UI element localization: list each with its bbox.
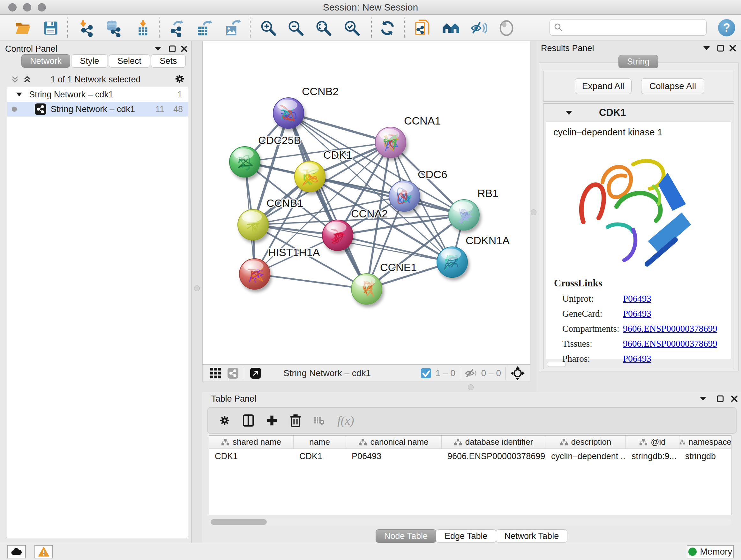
grid-view-icon[interactable] xyxy=(210,368,221,379)
selected-checkbox-icon[interactable] xyxy=(421,368,431,379)
toolbar-separator xyxy=(250,17,251,38)
horizontal-splitter-handle[interactable] xyxy=(468,384,474,390)
float-menu-icon[interactable] xyxy=(152,44,163,54)
cloud-status-button[interactable] xyxy=(7,545,26,558)
float-panel-icon[interactable] xyxy=(715,393,726,404)
hide-unhide-button[interactable] xyxy=(469,19,488,37)
import-table-button[interactable] xyxy=(134,19,152,37)
column-header-canonical-name[interactable]: canonical name xyxy=(346,435,442,449)
toolbar-separator xyxy=(506,367,506,380)
inactive-view-button[interactable] xyxy=(497,19,516,37)
table-horizontal-scrollbar[interactable] xyxy=(209,518,731,525)
hidden-eye-icon[interactable] xyxy=(465,368,477,378)
node-table-header: shared name name canonical name database… xyxy=(209,435,731,449)
network-collection-row[interactable]: String Network – cdk1 1 xyxy=(7,87,188,102)
main-toolbar: ? xyxy=(0,15,741,41)
column-header-description[interactable]: description xyxy=(545,435,626,449)
collapse-triangle-icon[interactable] xyxy=(566,111,572,115)
import-table-icon xyxy=(134,19,151,37)
cell-description: cyclin–dependent ... xyxy=(545,451,626,461)
close-panel-icon[interactable] xyxy=(179,44,190,54)
export-network-button[interactable] xyxy=(167,19,185,37)
network-node-HIST1H1A[interactable]: HIST1H1A xyxy=(239,246,320,289)
tab-select[interactable]: Select xyxy=(109,54,150,68)
collapse-all-button[interactable]: Collapse All xyxy=(641,78,704,94)
right-splitter-handle[interactable] xyxy=(531,209,536,215)
zoom-selected-button[interactable] xyxy=(343,19,361,37)
import-network-from-database-button[interactable] xyxy=(104,19,123,37)
pharos-link[interactable]: P06493 xyxy=(623,354,651,364)
network-edge-HIST1H1A-CCNE1[interactable] xyxy=(255,274,367,289)
uniprot-link[interactable]: P06493 xyxy=(623,294,651,304)
export-image-button[interactable] xyxy=(223,19,241,37)
network-node-CDKN1A[interactable]: CDKN1A xyxy=(437,234,510,277)
string-network-icon xyxy=(35,104,46,115)
import-network-button[interactable] xyxy=(77,19,96,37)
refresh-network-button[interactable] xyxy=(378,19,397,37)
node-label: CDC25B xyxy=(258,134,301,146)
scrollbar-thumb[interactable] xyxy=(211,519,267,525)
add-column-icon[interactable] xyxy=(266,415,277,426)
tab-edge-table[interactable]: Edge Table xyxy=(436,530,496,543)
close-panel-icon[interactable] xyxy=(727,43,738,54)
tab-node-table[interactable]: Node Table xyxy=(376,530,436,543)
column-header-database-identifier[interactable]: database identifier xyxy=(442,435,545,449)
birdseye-crosshair-icon[interactable] xyxy=(510,366,525,381)
memory-button[interactable]: Memory xyxy=(687,545,734,558)
column-header-namespace[interactable]: namespace xyxy=(679,435,731,449)
tab-style[interactable]: Style xyxy=(71,54,108,68)
table-row[interactable]: CDK1 CDK1 P06493 9606.ENSP00000378699 cy… xyxy=(209,449,731,463)
hierarchy-icon xyxy=(679,438,685,446)
save-session-button[interactable] xyxy=(42,19,60,37)
float-panel-icon[interactable] xyxy=(167,44,178,54)
zoom-in-button[interactable] xyxy=(259,19,278,37)
network-edge-CCNB2-CCNA1[interactable] xyxy=(288,113,391,142)
column-header-at-id[interactable]: @id xyxy=(626,435,679,449)
tissues-link[interactable]: 9606.ENSP00000378699 xyxy=(623,338,718,349)
network-row-selected[interactable]: String Network – cdk1 11 48 xyxy=(7,102,188,117)
clone-network-button[interactable] xyxy=(413,19,431,37)
left-splitter-handle[interactable] xyxy=(194,286,200,291)
column-header-name[interactable]: name xyxy=(293,435,346,449)
delete-table-icon[interactable] xyxy=(314,415,325,426)
function-builder-button[interactable]: f(x) xyxy=(337,414,354,428)
compartments-link[interactable]: 9606.ENSP00000378699 xyxy=(623,323,718,334)
network-share-icon[interactable] xyxy=(227,368,239,379)
help-button[interactable]: ? xyxy=(718,19,735,37)
crosslink-row: Pharos: P06493 xyxy=(562,354,731,364)
network-canvas[interactable]: CCNB2CCNA1CDC25BCDK1CDC6RB1CCNB1CCNA2CDK… xyxy=(202,41,530,365)
hierarchy-icon xyxy=(221,438,229,446)
column-header-shared-name[interactable]: shared name xyxy=(209,435,293,449)
network-options-gear-icon[interactable] xyxy=(174,73,185,84)
network-node-CCNB2[interactable]: CCNB2 xyxy=(273,85,339,128)
close-panel-icon[interactable] xyxy=(729,393,740,404)
search-input[interactable] xyxy=(549,19,706,36)
results-scrollbar[interactable] xyxy=(547,362,566,367)
tab-network[interactable]: Network xyxy=(21,54,70,68)
crosslink-row: Uniprot: P06493 xyxy=(562,294,731,304)
network-node-CCNA1[interactable]: CCNA1 xyxy=(375,115,441,158)
genecard-link[interactable]: P06493 xyxy=(623,308,651,319)
float-menu-icon[interactable] xyxy=(701,43,712,54)
delete-column-icon[interactable] xyxy=(290,415,301,426)
export-table-button[interactable] xyxy=(194,19,213,37)
float-menu-icon[interactable] xyxy=(697,393,709,404)
warnings-button[interactable] xyxy=(35,545,53,558)
detach-view-icon[interactable] xyxy=(250,368,261,379)
float-panel-icon[interactable] xyxy=(715,43,726,54)
table-settings-gear-icon[interactable] xyxy=(219,415,230,426)
expand-all-button[interactable]: Expand All xyxy=(575,78,631,94)
open-session-button[interactable] xyxy=(13,19,32,37)
zoom-fit-button[interactable] xyxy=(314,19,333,37)
show-all-networks-button[interactable] xyxy=(442,19,460,37)
tab-network-table[interactable]: Network Table xyxy=(496,530,568,543)
show-columns-icon[interactable] xyxy=(243,415,254,426)
network-node-RB1[interactable]: RB1 xyxy=(449,187,498,230)
expand-collapse-box: Expand All Collapse All xyxy=(543,71,734,102)
network-node-CCNB1[interactable]: CCNB1 xyxy=(238,197,303,240)
tab-string-results[interactable]: String xyxy=(618,55,658,68)
collapse-triangle-icon[interactable] xyxy=(16,92,22,97)
node-label: RB1 xyxy=(477,187,498,199)
tab-sets[interactable]: Sets xyxy=(151,54,185,68)
zoom-out-button[interactable] xyxy=(286,19,305,37)
